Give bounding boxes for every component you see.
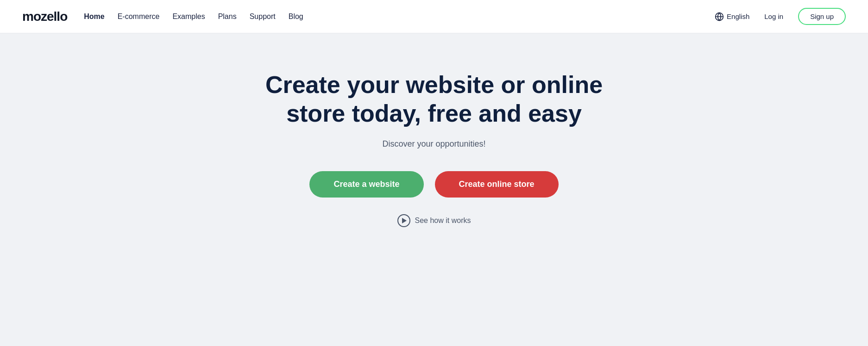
see-how-link[interactable]: See how it works xyxy=(397,214,471,227)
create-website-button[interactable]: Create a website xyxy=(309,171,423,198)
hero-section: Create your website or online store toda… xyxy=(0,33,868,255)
language-selector[interactable]: English xyxy=(715,12,749,21)
nav-link-support[interactable]: Support xyxy=(250,12,276,20)
nav-link-ecommerce[interactable]: E-commerce xyxy=(118,12,160,20)
nav-item-home[interactable]: Home xyxy=(84,12,104,21)
signup-button[interactable]: Sign up xyxy=(798,8,846,25)
create-store-button[interactable]: Create online store xyxy=(435,171,559,198)
globe-icon xyxy=(715,12,724,21)
navbar-left: mozello Home E-commerce Examples Plans S… xyxy=(22,9,303,24)
hero-buttons: Create a website Create online store xyxy=(309,171,558,198)
nav-item-support[interactable]: Support xyxy=(250,12,276,21)
nav-links: Home E-commerce Examples Plans Support B… xyxy=(84,12,303,21)
nav-item-ecommerce[interactable]: E-commerce xyxy=(118,12,160,21)
logo[interactable]: mozello xyxy=(22,9,67,24)
nav-item-plans[interactable]: Plans xyxy=(218,12,237,21)
nav-item-examples[interactable]: Examples xyxy=(172,12,205,21)
hero-title: Create your website or online store toda… xyxy=(235,70,633,128)
language-label: English xyxy=(727,12,749,20)
see-how-label: See how it works xyxy=(415,216,471,225)
nav-link-home[interactable]: Home xyxy=(84,12,104,20)
navbar-right: English Log in Sign up xyxy=(715,8,846,25)
nav-item-blog[interactable]: Blog xyxy=(289,12,303,21)
nav-link-blog[interactable]: Blog xyxy=(289,12,303,20)
play-icon xyxy=(397,214,410,227)
navbar: mozello Home E-commerce Examples Plans S… xyxy=(0,0,868,33)
login-button[interactable]: Log in xyxy=(757,9,791,24)
nav-link-examples[interactable]: Examples xyxy=(172,12,205,20)
play-triangle xyxy=(402,218,407,223)
nav-link-plans[interactable]: Plans xyxy=(218,12,237,20)
hero-subtitle: Discover your opportunities! xyxy=(382,139,485,149)
